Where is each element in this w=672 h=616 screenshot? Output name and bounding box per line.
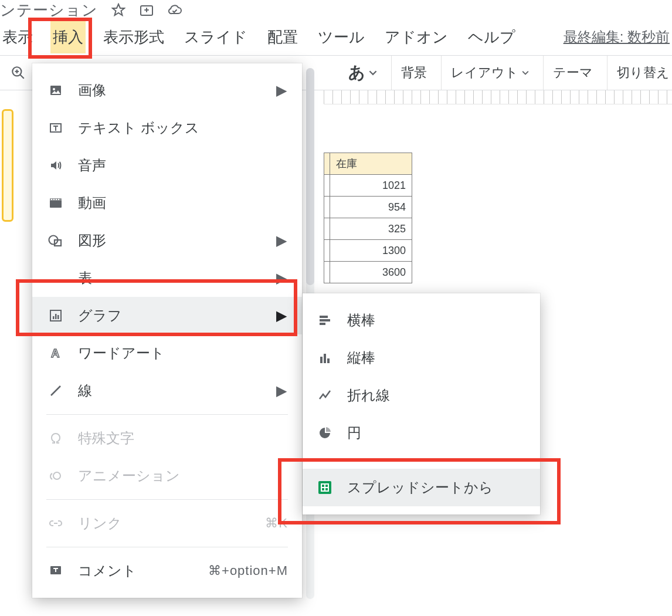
titlebar: ンテーション [0, 0, 672, 19]
theme-label: テーマ [553, 64, 593, 82]
insert-textbox-label: テキスト ボックス [78, 119, 199, 137]
insert-image-label: 画像 [78, 81, 106, 100]
pie-chart-icon [317, 425, 333, 441]
chevron-down-icon [522, 69, 529, 76]
doc-title-fragment[interactable]: ンテーション [0, 0, 98, 21]
bar-horizontal-icon [317, 312, 333, 329]
menu-insert[interactable]: 挿入 [50, 21, 86, 53]
background-button[interactable]: 背景 [391, 56, 436, 90]
chart-line-label: 折れ線 [347, 386, 390, 405]
table-cell: 954 [330, 197, 412, 218]
slide-thumbnail[interactable] [2, 109, 13, 222]
submenu-arrow-icon: ▶ [276, 307, 287, 324]
insert-video[interactable]: 動画 [32, 184, 302, 222]
svg-rect-25 [320, 316, 328, 318]
svg-rect-13 [56, 199, 57, 200]
menu-separator [46, 499, 288, 500]
submenu-arrow-icon: ▶ [276, 232, 287, 249]
insert-table[interactable]: 表 ▶ [32, 259, 302, 297]
menu-tools[interactable]: ツール [315, 21, 367, 53]
bar-vertical-icon [317, 350, 333, 366]
chart-bar-v-label: 縦棒 [347, 348, 375, 367]
menu-arrange[interactable]: 配置 [265, 21, 300, 53]
table-cell: 3600 [330, 262, 412, 283]
menu-view[interactable]: 表示 [0, 21, 35, 53]
insert-comment-label: コメント [78, 561, 137, 580]
insert-shape[interactable]: 図形 ▶ [32, 222, 302, 259]
transition-button[interactable]: 切り替え [607, 56, 672, 90]
insert-table-label: 表 [78, 269, 92, 287]
svg-line-22 [51, 386, 60, 395]
svg-rect-19 [55, 314, 57, 319]
insert-animation: アニメーション [32, 457, 302, 495]
table-header: 在庫 [330, 153, 412, 175]
svg-rect-20 [57, 315, 59, 319]
zoom-icon[interactable] [11, 65, 26, 80]
insert-comment[interactable]: コメント ⌘+option+M [32, 552, 302, 590]
submenu-arrow-icon: ▶ [276, 383, 287, 399]
chart-bar-horizontal[interactable]: 横棒 [303, 302, 540, 339]
chart-bar-vertical[interactable]: 縦棒 [303, 339, 540, 377]
svg-rect-29 [324, 354, 326, 363]
scrollbar-thumb[interactable] [306, 68, 314, 285]
svg-line-3 [20, 75, 24, 79]
wordart-icon: A [47, 345, 64, 361]
menu-format[interactable]: 表示形式 [101, 21, 167, 53]
svg-rect-12 [53, 199, 55, 200]
insert-animation-label: アニメーション [78, 466, 180, 485]
insert-dropdown: 画像 ▶ テキスト ボックス 音声 動画 図形 ▶ 表 ▶ グラフ ▶ A ワー… [32, 63, 302, 598]
insert-special-chars-label: 特殊文字 [78, 429, 134, 448]
insert-shape-label: 図形 [78, 231, 106, 250]
link-shortcut: ⌘K [265, 516, 288, 531]
submenu-arrow-icon: ▶ [276, 82, 287, 99]
chart-from-sheets-label: スプレッドシートから [347, 478, 493, 497]
svg-rect-14 [58, 199, 59, 200]
layout-button[interactable]: レイアウト [441, 56, 538, 90]
menubar: 表示 挿入 表示形式 スライド 配置 ツール アドオン ヘルプ 最終編集: 数秒… [0, 19, 672, 55]
menu-separator [314, 460, 528, 461]
svg-rect-28 [320, 357, 323, 363]
svg-rect-27 [320, 323, 325, 325]
svg-marker-0 [113, 4, 124, 15]
cloud-status-icon[interactable] [167, 2, 182, 18]
textbox-icon [47, 120, 64, 136]
insert-image[interactable]: 画像 ▶ [32, 72, 302, 109]
theme-button[interactable]: テーマ [543, 56, 602, 90]
insert-wordart-label: ワードアート [78, 344, 165, 363]
insert-link: リンク ⌘K [32, 505, 302, 542]
animation-icon [47, 468, 64, 484]
insert-wordart[interactable]: A ワードアート [32, 334, 302, 372]
title-icons [111, 2, 182, 18]
chart-from-sheets[interactable]: スプレッドシートから [303, 469, 540, 506]
sheets-icon [317, 479, 333, 496]
audio-icon [47, 157, 64, 174]
insert-audio-label: 音声 [78, 156, 106, 175]
line-icon [47, 383, 64, 399]
insert-textbox[interactable]: テキスト ボックス [32, 109, 302, 147]
insert-line-label: 線 [78, 381, 92, 400]
ime-toggle[interactable]: あ [339, 56, 386, 90]
insert-chart[interactable]: グラフ ▶ [32, 297, 302, 334]
star-icon[interactable] [111, 2, 126, 18]
background-label: 背景 [401, 64, 427, 82]
chart-line[interactable]: 折れ線 [303, 377, 540, 414]
insert-audio[interactable]: 音声 [32, 147, 302, 184]
svg-text:A: A [51, 347, 59, 360]
menu-slide[interactable]: スライド [182, 21, 250, 53]
menu-separator [46, 414, 288, 415]
menu-help[interactable]: ヘルプ [466, 21, 518, 53]
insert-line[interactable]: 線 ▶ [32, 372, 302, 409]
table-cell: 1021 [330, 175, 412, 197]
move-to-drive-icon[interactable] [139, 2, 154, 18]
image-icon [47, 82, 64, 99]
link-icon [47, 515, 64, 532]
video-icon [47, 195, 64, 211]
insert-video-label: 動画 [78, 194, 106, 212]
chart-pie[interactable]: 円 [303, 414, 540, 452]
chevron-down-icon [369, 69, 377, 77]
table-icon [47, 270, 64, 286]
chart-pie-label: 円 [347, 424, 361, 442]
last-edit-link[interactable]: 最終編集: 数秒前 [564, 28, 672, 46]
menu-addons[interactable]: アドオン [382, 21, 450, 53]
line-chart-icon [317, 387, 333, 404]
